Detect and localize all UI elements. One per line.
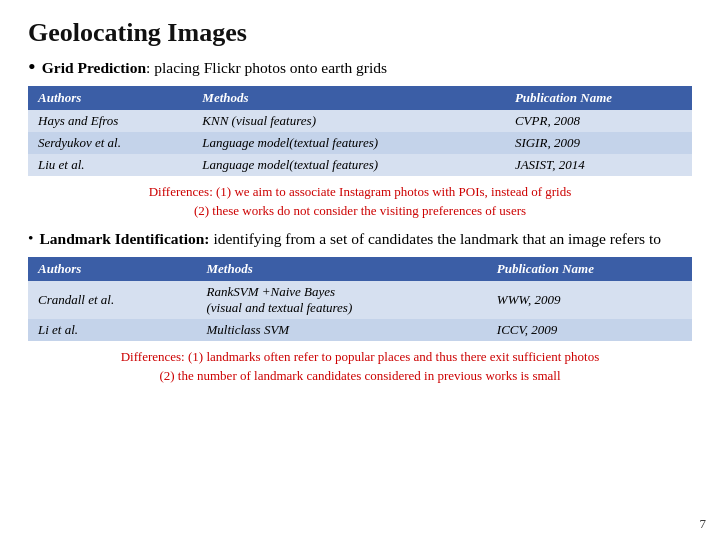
diff2-line2: (2) the number of landmark candidates co…: [28, 366, 692, 386]
table2-row-1: Li et al.Multiclass SVMICCV, 2009: [28, 319, 692, 341]
table1-col3-header: Publication Name: [505, 86, 692, 110]
table1-cell-2-2: JASIST, 2014: [505, 154, 692, 176]
table1-cell-0-0: Hays and Efros: [28, 110, 192, 132]
bullet2-rest: identifying from a set of candidates the…: [210, 230, 662, 247]
bullet2-text: • Landmark Identification: identifying f…: [28, 229, 692, 250]
table2-cell-0-2: WWW, 2009: [487, 281, 692, 319]
table2-cell-1-1: Multiclass SVM: [197, 319, 487, 341]
bullet1-content: Grid Prediction: placing Flickr photos o…: [42, 58, 387, 79]
table1-cell-1-1: Language model(textual features): [192, 132, 505, 154]
table1-row-1: Serdyukov et al.Language model(textual f…: [28, 132, 692, 154]
table1-cell-2-1: Language model(textual features): [192, 154, 505, 176]
table2-cell-0-0: Crandall et al.: [28, 281, 197, 319]
diff1-line2: (2) these works do not consider the visi…: [28, 201, 692, 221]
table2-col2-header: Methods: [197, 257, 487, 281]
bullet1-text: • Grid Prediction: placing Flickr photos…: [28, 58, 692, 79]
table2-col3-header: Publication Name: [487, 257, 692, 281]
table1-col1-header: Authors: [28, 86, 192, 110]
table1-row-2: Liu et al.Language model(textual feature…: [28, 154, 692, 176]
table2: Authors Methods Publication Name Crandal…: [28, 257, 692, 341]
page-title: Geolocating Images: [28, 18, 692, 48]
diff2: Differences: (1) landmarks often refer t…: [28, 347, 692, 386]
table1-cell-2-0: Liu et al.: [28, 154, 192, 176]
table1: Authors Methods Publication Name Hays an…: [28, 86, 692, 176]
table1-cell-1-2: SIGIR, 2009: [505, 132, 692, 154]
table2-cell-1-0: Li et al.: [28, 319, 197, 341]
diff2-line1: Differences: (1) landmarks often refer t…: [28, 347, 692, 367]
bullet1-rest: : placing Flickr photos onto earth grids: [146, 59, 387, 76]
bullet2-content: Landmark Identification: identifying fro…: [39, 229, 661, 250]
bullet1-dot: •: [28, 56, 36, 78]
table1-col2-header: Methods: [192, 86, 505, 110]
bullet2-dot: •: [28, 229, 33, 247]
section2: • Landmark Identification: identifying f…: [28, 229, 692, 386]
table1-cell-1-0: Serdyukov et al.: [28, 132, 192, 154]
table1-cell-0-2: CVPR, 2008: [505, 110, 692, 132]
table2-header-row: Authors Methods Publication Name: [28, 257, 692, 281]
diff1-line1: Differences: (1) we aim to associate Ins…: [28, 182, 692, 202]
table2-cell-1-2: ICCV, 2009: [487, 319, 692, 341]
section1: • Grid Prediction: placing Flickr photos…: [28, 58, 692, 221]
page-number: 7: [700, 516, 707, 532]
table2-col1-header: Authors: [28, 257, 197, 281]
bullet2-bold: Landmark Identification:: [39, 230, 209, 247]
diff1: Differences: (1) we aim to associate Ins…: [28, 182, 692, 221]
bullet1-bold: Grid Prediction: [42, 59, 146, 76]
table1-cell-0-1: KNN (visual features): [192, 110, 505, 132]
table2-row-0: Crandall et al.RankSVM +Naive Bayes(visu…: [28, 281, 692, 319]
table2-cell-0-1: RankSVM +Naive Bayes(visual and textual …: [197, 281, 487, 319]
table1-row-0: Hays and EfrosKNN (visual features)CVPR,…: [28, 110, 692, 132]
table1-header-row: Authors Methods Publication Name: [28, 86, 692, 110]
